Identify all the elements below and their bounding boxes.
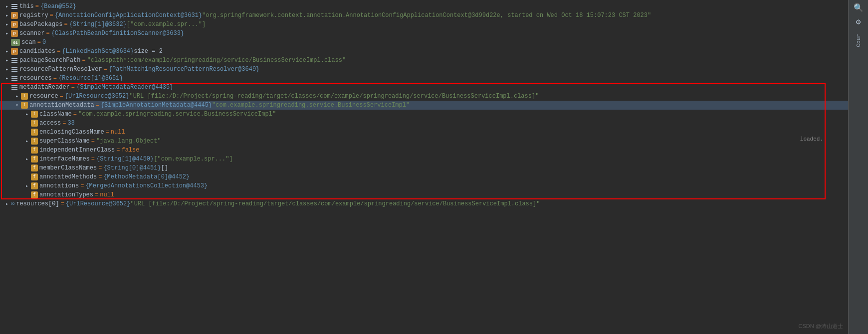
table-row[interactable]: finterfaceNames = {String[1]@4450} ["com… — [0, 155, 848, 164]
field-icon: ∞ — [11, 200, 14, 207]
field-icon: p — [11, 30, 18, 37]
bean-reference: {AnnotationConfigApplicationContext@3631… — [55, 12, 202, 19]
loaded-text: loaded. — [800, 136, 823, 142]
expand-arrow[interactable] — [3, 20, 11, 28]
expand-arrow[interactable] — [3, 65, 11, 73]
field-icon — [11, 75, 18, 82]
table-row[interactable]: pscanner = {ClassPathBeanDefinitionScann… — [0, 29, 848, 38]
equals-sign: = — [91, 156, 95, 163]
bean-reference: {SimpleAnnotationMetadata@4445} — [101, 102, 212, 109]
bean-reference: {Bean@552} — [40, 3, 76, 10]
table-row[interactable]: pbasePackages = {String[1]@3632} ["com.e… — [0, 20, 848, 29]
field-icon: p — [11, 12, 18, 19]
variable-name: registry — [19, 12, 48, 19]
table-row[interactable]: fannotations = {MergedAnnotationsCollect… — [0, 181, 848, 190]
field-icon: f — [31, 138, 38, 145]
table-row[interactable]: resourcePatternResolver = {PathMatchingR… — [0, 65, 848, 74]
svg-rect-11 — [11, 80, 17, 81]
expand-arrow[interactable] — [13, 101, 21, 109]
expand-arrow[interactable] — [23, 110, 31, 118]
table-row[interactable]: packageSearchPath = "classpath*:com/exam… — [0, 56, 848, 65]
bean-reference: {String[1]@4450} — [96, 156, 154, 163]
table-row[interactable]: fclassName = "com.example.springreading.… — [0, 110, 848, 119]
settings-icon[interactable]: ⚙ — [853, 16, 865, 28]
string-value: ["com.example.spr..."] — [127, 21, 206, 28]
table-row[interactable]: fannotationTypes = null — [0, 190, 848, 199]
table-row[interactable]: pregistry = {AnnotationConfigApplication… — [0, 11, 848, 20]
bean-reference: {Resource[1]@3651} — [58, 75, 123, 82]
svg-rect-2 — [11, 8, 17, 9]
table-row[interactable]: pcandidates = {LinkedHashSet@3634} size … — [0, 47, 848, 56]
table-row[interactable]: resources = {Resource[1]@3651} — [0, 74, 848, 83]
expand-arrow[interactable] — [3, 56, 11, 64]
field-icon: f — [31, 111, 38, 118]
expand-arrow[interactable] — [3, 29, 11, 37]
field-icon: p — [11, 48, 18, 55]
variable-name: resources[0] — [16, 200, 59, 207]
table-row[interactable]: fannotatedMethods = {MethodMetadata[0]@4… — [0, 172, 848, 181]
table-row[interactable]: fresource = {UrlResource@3652} "URL [fil… — [0, 92, 848, 101]
expand-arrow[interactable] — [13, 92, 21, 100]
expand-arrow[interactable] — [3, 11, 11, 19]
expand-arrow[interactable] — [3, 200, 11, 208]
field-icon: f — [31, 129, 38, 136]
bean-reference: {MergedAnnotationsCollection@4453} — [85, 182, 208, 189]
table-row[interactable]: 01scan = 0 — [0, 38, 848, 47]
bean-reference: {UrlResource@3652} — [66, 200, 131, 207]
table-row[interactable]: ∞resources[0] = {UrlResource@3652} "URL … — [0, 199, 848, 208]
expand-arrow[interactable] — [23, 155, 31, 163]
equals-sign: = — [71, 84, 75, 91]
table-row[interactable]: findependentInnerClass = false — [0, 146, 848, 155]
variable-name: annotations — [39, 182, 79, 189]
field-icon: f — [21, 102, 28, 109]
svg-rect-10 — [11, 78, 17, 79]
string-value: ["com.example.spr..."] — [154, 156, 232, 163]
table-row[interactable]: fenclosingClassName = null — [0, 128, 848, 137]
string-value: "com.example.springreading.service.Busin… — [212, 102, 410, 109]
svg-rect-0 — [11, 4, 17, 5]
field-icon: f — [31, 191, 38, 198]
equals-sign: = — [46, 30, 49, 37]
string-value: "URL [file:/D:/Project/spring-reading/ta… — [130, 200, 540, 207]
variable-name: candidates — [19, 48, 55, 55]
bean-reference: {MethodMetadata[0]@4452} — [103, 173, 190, 180]
variable-name: resource — [29, 93, 58, 100]
null-value: null — [111, 129, 125, 136]
bean-reference: {ClassPathBeanDefinitionScanner@3633} — [51, 30, 184, 37]
expand-arrow[interactable] — [23, 182, 31, 190]
field-icon: f — [31, 156, 38, 163]
equals-sign: = — [98, 173, 102, 180]
bean-reference: {UrlResource@3652} — [65, 93, 130, 100]
string-value: "URL [file:/D:/Project/spring-reading/ta… — [129, 93, 539, 100]
field-icon: f — [31, 120, 38, 127]
expand-arrow[interactable] — [3, 2, 11, 10]
equals-sign: = — [64, 21, 67, 28]
equals-sign: = — [53, 75, 57, 82]
svg-rect-3 — [11, 58, 17, 59]
table-row[interactable]: fmemberClassNames = {String[0]@4451} [] — [0, 164, 848, 172]
expand-arrow[interactable] — [23, 137, 31, 145]
watermark-text: CSDN @涛山道士 — [799, 323, 843, 330]
variable-name: resources — [19, 75, 52, 82]
table-row[interactable]: this = {Bean@552} — [0, 2, 848, 11]
search-icon[interactable]: 🔍 — [853, 2, 865, 14]
field-icon — [11, 66, 18, 73]
string-value: "java.lang.Object" — [96, 138, 161, 145]
table-row[interactable]: metadataReader = {SimpleMetadataReader@4… — [0, 83, 848, 92]
variable-name: scanner — [19, 30, 44, 37]
field-icon — [11, 57, 18, 64]
variable-name: scan — [21, 39, 36, 46]
variable-name: this — [19, 3, 34, 10]
variable-name: metadataReader — [19, 84, 70, 91]
expand-arrow[interactable] — [3, 47, 11, 55]
svg-rect-5 — [11, 62, 17, 63]
table-row[interactable]: fannotationMetadata = {SimpleAnnotationM… — [0, 101, 848, 110]
variable-name: independentInnerClass — [39, 147, 115, 154]
null-value: null — [100, 191, 114, 198]
equals-sign: = — [57, 48, 60, 55]
debug-panel[interactable]: this = {Bean@552}pregistry = {Annotation… — [0, 0, 848, 334]
svg-rect-9 — [11, 76, 17, 77]
expand-arrow[interactable] — [3, 74, 11, 82]
table-row[interactable]: fsuperClassName = "java.lang.Object" — [0, 137, 848, 146]
table-row[interactable]: faccess = 33 — [0, 119, 848, 128]
